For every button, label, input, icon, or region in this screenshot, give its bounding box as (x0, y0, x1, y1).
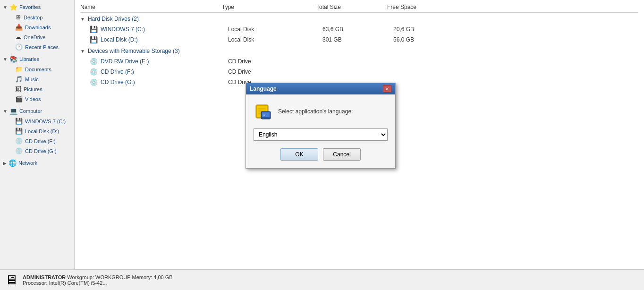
sidebar: ▼ ⭐ Favorites 🖥 Desktop 📥 Downloads ☁ On… (0, 0, 75, 269)
favorites-star-icon: ⭐ (9, 3, 17, 11)
language-select[interactable]: English French German Spanish Russian (254, 128, 388, 141)
sidebar-item-videos[interactable]: 🎬 Videos (0, 94, 74, 104)
status-processor-value: Intel(R) Core(TM) i5-42... (49, 280, 107, 286)
sidebar-item-recent-places[interactable]: 🕐 Recent Places (0, 42, 74, 52)
cd-g-icon: 💿 (15, 147, 23, 154)
dialog-buttons: OK Cancel (254, 148, 388, 161)
network-icon: 🌐 (8, 159, 17, 167)
dialog-body: A Select application's language: English… (246, 94, 395, 168)
drive-icon-f: 💿 (90, 68, 98, 76)
drive-name-f: CD Drive (F:) (101, 68, 228, 75)
drive-free-d: 56,0 GB (393, 36, 464, 43)
dialog-ok-button[interactable]: OK (280, 148, 318, 161)
col-header-size: Total Size (316, 4, 387, 10)
network-section: ▶ 🌐 Network (0, 158, 74, 168)
sidebar-cd-f-label: CD Drive (F:) (25, 138, 56, 144)
drive-name-g: CD Drive (G:) (101, 79, 228, 85)
status-username: ADMINISTRATOR (23, 274, 66, 280)
drive-row-local-d[interactable]: 💾 Local Disk (D:) Local Disk 301 GB 56,0… (80, 34, 638, 45)
drive-row-windows-c[interactable]: 💾 WINDOWS 7 (C:) Local Disk 63,6 GB 20,6… (80, 24, 638, 34)
status-bar: 🖥 ADMINISTRATOR Workgroup: WORKGROUP Mem… (0, 269, 644, 290)
dialog-cancel-button[interactable]: Cancel (323, 148, 361, 161)
drive-type-d: Local Disk (228, 36, 322, 43)
network-group[interactable]: ▶ 🌐 Network (0, 158, 74, 168)
dialog-title: Language (250, 85, 277, 92)
sidebar-item-windows-c[interactable]: 💾 WINDOWS 7 (C:) (0, 116, 74, 126)
sidebar-onedrive-label: OneDrive (24, 34, 45, 40)
sidebar-item-local-d[interactable]: 💾 Local Disk (D:) (0, 126, 74, 136)
network-arrow: ▶ (3, 161, 7, 166)
onedrive-icon: ☁ (15, 34, 21, 41)
hard-disk-arrow: ▼ (80, 17, 85, 22)
status-workgroup-value: WORKGROUP (95, 274, 130, 280)
sidebar-item-documents[interactable]: 📁 Documents (0, 64, 74, 74)
column-headers: Name Type Total Size Free Space (80, 4, 638, 13)
removable-arrow: ▼ (80, 49, 85, 54)
drive-name-c: WINDOWS 7 (C:) (101, 26, 228, 33)
music-icon: 🎵 (15, 76, 23, 83)
sidebar-item-cd-g[interactable]: 💿 CD Drive (G:) (0, 146, 74, 156)
removable-section-header[interactable]: ▼ Devices with Removable Storage (3) (80, 48, 638, 54)
status-computer-icon: 🖥 (5, 272, 18, 288)
status-processor-label: Processor: (23, 280, 49, 286)
favorites-section: ▼ ⭐ Favorites 🖥 Desktop 📥 Downloads ☁ On… (0, 2, 74, 52)
dialog-header-row: A Select application's language: (254, 102, 388, 121)
network-label: Network (18, 160, 37, 166)
favorites-label: Favorites (19, 4, 41, 10)
hdd-c-icon: 💾 (15, 118, 23, 125)
desktop-icon: 🖥 (15, 14, 21, 21)
sidebar-item-cd-f[interactable]: 💿 CD Drive (F:) (0, 136, 74, 146)
videos-icon: 🎬 (15, 95, 23, 102)
computer-icon: 💻 (9, 107, 17, 115)
dialog-prompt: Select application's language: (278, 108, 353, 115)
sidebar-videos-label: Videos (25, 96, 41, 102)
sidebar-item-music[interactable]: 🎵 Music (0, 74, 74, 84)
status-memory-label: Memory: (132, 274, 153, 280)
drive-row-dvd-e[interactable]: 💿 DVD RW Drive (E:) CD Drive (80, 56, 638, 67)
removable-section-label: Devices with Removable Storage (3) (88, 48, 180, 54)
sidebar-item-downloads[interactable]: 📥 Downloads (0, 22, 74, 32)
computer-section: ▼ 💻 Computer 💾 WINDOWS 7 (C:) 💾 Local Di… (0, 106, 74, 156)
drive-icon-c: 💾 (90, 26, 98, 33)
drive-type-e: CD Drive (228, 58, 322, 65)
hard-disk-section-header[interactable]: ▼ Hard Disk Drives (2) (80, 16, 638, 22)
col-header-free: Free Space (387, 4, 458, 10)
hard-disk-section-label: Hard Disk Drives (2) (88, 16, 139, 22)
computer-group[interactable]: ▼ 💻 Computer (0, 106, 74, 116)
drive-name-d: Local Disk (D:) (101, 36, 228, 43)
sidebar-item-desktop[interactable]: 🖥 Desktop (0, 12, 74, 22)
status-info: ADMINISTRATOR Workgroup: WORKGROUP Memor… (23, 274, 173, 286)
computer-arrow: ▼ (3, 109, 8, 114)
libraries-group[interactable]: ▼ 📚 Libraries (0, 54, 74, 64)
status-workgroup-label: Workgroup: (67, 274, 95, 280)
dialog-titlebar: Language ✕ (246, 83, 395, 94)
sidebar-local-d-label: Local Disk (D:) (25, 128, 59, 134)
hdd-d-icon: 💾 (15, 128, 23, 135)
drive-name-e: DVD RW Drive (E:) (101, 58, 228, 65)
recent-icon: 🕐 (15, 43, 23, 51)
sidebar-item-pictures[interactable]: 🖼 Pictures (0, 84, 74, 94)
sidebar-desktop-label: Desktop (24, 15, 42, 20)
favorites-group[interactable]: ▼ ⭐ Favorites (0, 2, 74, 12)
drive-type-f: CD Drive (228, 68, 322, 75)
sidebar-windows-c-label: WINDOWS 7 (C:) (25, 119, 66, 124)
col-header-name: Name (80, 4, 222, 10)
sidebar-music-label: Music (25, 77, 39, 82)
sidebar-item-onedrive[interactable]: ☁ OneDrive (0, 32, 74, 42)
language-dialog[interactable]: Language ✕ (246, 83, 396, 169)
libraries-section: ▼ 📚 Libraries 📁 Documents 🎵 Music 🖼 Pict… (0, 54, 74, 104)
drive-icon-d: 💾 (90, 36, 98, 43)
cd-f-icon: 💿 (15, 137, 23, 145)
drive-total-d: 301 GB (322, 36, 393, 43)
pictures-icon: 🖼 (15, 85, 21, 93)
drive-free-c: 20,6 GB (393, 26, 464, 33)
col-header-type: Type (222, 4, 316, 10)
drive-type-c: Local Disk (228, 26, 322, 33)
documents-icon: 📁 (15, 66, 23, 73)
sidebar-downloads-label: Downloads (25, 25, 51, 30)
status-line-1: ADMINISTRATOR Workgroup: WORKGROUP Memor… (23, 274, 173, 280)
favorites-arrow: ▼ (3, 5, 8, 10)
svg-text:A: A (263, 114, 265, 117)
drive-row-cd-f[interactable]: 💿 CD Drive (F:) CD Drive (80, 67, 638, 77)
dialog-close-button[interactable]: ✕ (383, 85, 391, 93)
